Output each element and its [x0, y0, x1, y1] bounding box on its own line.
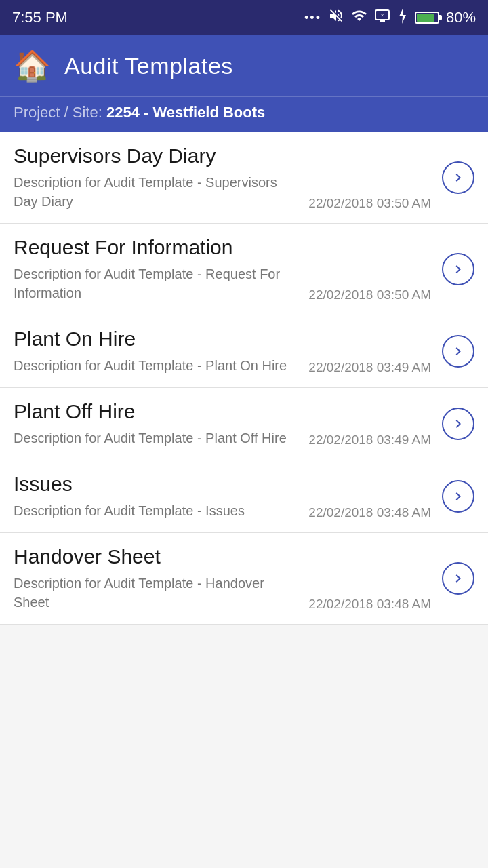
list-item-bottom: Description for Audit Template - Request… [14, 264, 431, 302]
battery-icon [415, 12, 439, 24]
dots-icon: ••• [304, 11, 321, 25]
list-item-date: 22/02/2018 03:48 AM [308, 597, 431, 612]
wifi-icon [351, 7, 367, 28]
list-item[interactable]: Issues Description for Audit Template - … [0, 460, 488, 533]
arrow-icon[interactable] [442, 335, 474, 368]
list-item-content: Plant On Hire Description for Audit Temp… [14, 328, 431, 375]
arrow-icon[interactable] [442, 161, 474, 194]
list-item-description: Description for Audit Template - Request… [14, 264, 295, 302]
list-item-content: Handover Sheet Description for Audit Tem… [14, 545, 431, 612]
list-item-description: Description for Audit Template - Issues [14, 501, 295, 520]
list-item-title: Handover Sheet [14, 545, 431, 568]
svg-marker-4 [399, 7, 406, 24]
arrow-icon[interactable] [442, 562, 474, 595]
list-item-title: Plant Off Hire [14, 400, 431, 423]
screen-icon: × [374, 7, 390, 28]
list-item-bottom: Description for Audit Template - Handove… [14, 574, 431, 612]
mute-icon [328, 7, 344, 28]
status-bar: 7:55 PM ••• × 80% [0, 0, 488, 35]
list-item-date: 22/02/2018 03:48 AM [308, 505, 431, 520]
status-time: 7:55 PM [12, 9, 68, 26]
list-item[interactable]: Request For Information Description for … [0, 224, 488, 315]
list-item-title: Supervisors Day Diary [14, 144, 431, 167]
svg-text:×: × [381, 12, 384, 18]
project-site-bar: Project / Site: 2254 - Westfield Boots [0, 96, 488, 132]
list-item[interactable]: Plant Off Hire Description for Audit Tem… [0, 388, 488, 460]
status-right: ••• × 80% [304, 7, 476, 28]
list-item-title: Plant On Hire [14, 328, 431, 351]
arrow-icon[interactable] [442, 480, 474, 513]
list-item[interactable]: Plant On Hire Description for Audit Temp… [0, 315, 488, 388]
list-item-bottom: Description for Audit Template - Issues … [14, 501, 431, 520]
list-item-content: Plant Off Hire Description for Audit Tem… [14, 400, 431, 448]
list-item-date: 22/02/2018 03:50 AM [308, 196, 431, 211]
list-item-bottom: Description for Audit Template - Supervi… [14, 173, 431, 211]
list-item-description: Description for Audit Template - Plant O… [14, 356, 295, 375]
list-item-content: Request For Information Description for … [14, 236, 431, 302]
home-icon[interactable]: 🏠 [14, 48, 51, 83]
battery-percentage: 80% [446, 9, 476, 26]
list-item-content: Issues Description for Audit Template - … [14, 473, 431, 520]
app-header: 🏠 Audit Templates [0, 35, 488, 96]
project-label: Project / Site: [14, 104, 102, 121]
list-item-title: Request For Information [14, 236, 431, 259]
arrow-icon[interactable] [442, 253, 474, 285]
list-item-title: Issues [14, 473, 431, 496]
list-item-description: Description for Audit Template - Plant O… [14, 429, 295, 448]
list-item[interactable]: Handover Sheet Description for Audit Tem… [0, 533, 488, 625]
list-item-date: 22/02/2018 03:49 AM [308, 433, 431, 448]
list-item-bottom: Description for Audit Template - Plant O… [14, 356, 431, 375]
audit-templates-list: Supervisors Day Diary Description for Au… [0, 132, 488, 625]
list-item[interactable]: Supervisors Day Diary Description for Au… [0, 132, 488, 224]
list-item-date: 22/02/2018 03:49 AM [308, 360, 431, 375]
list-item-content: Supervisors Day Diary Description for Au… [14, 144, 431, 211]
list-item-bottom: Description for Audit Template - Plant O… [14, 429, 431, 448]
arrow-icon[interactable] [442, 408, 474, 440]
list-item-description: Description for Audit Template - Supervi… [14, 173, 295, 211]
list-item-date: 22/02/2018 03:50 AM [308, 288, 431, 302]
page-title: Audit Templates [64, 53, 233, 79]
project-value: 2254 - Westfield Boots [106, 104, 265, 121]
lightning-icon [397, 7, 408, 28]
list-item-description: Description for Audit Template - Handove… [14, 574, 295, 612]
